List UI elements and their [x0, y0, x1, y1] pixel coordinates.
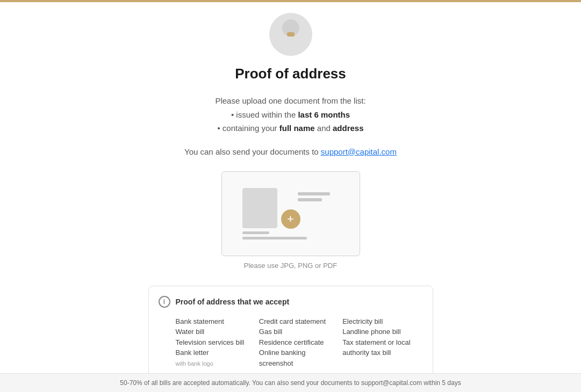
- email-link[interactable]: support@capital.com: [321, 147, 397, 156]
- info-item-landline: Landline phone bill: [342, 326, 420, 337]
- info-box: i Proof of address that we accept Bank s…: [148, 286, 433, 379]
- info-item-electricity: Electricity bill: [342, 316, 420, 327]
- upload-area[interactable]: +: [221, 171, 360, 256]
- email-row: You can also send your documents to supp…: [184, 147, 397, 156]
- info-item-credit-card: Credit card statement: [259, 316, 337, 327]
- info-item-residence: Residence certificate: [259, 337, 337, 348]
- info-item-water-bill: Water bill: [176, 326, 254, 337]
- info-item-bank-letter: Bank letterwith bank logo: [176, 347, 254, 368]
- doc-bottom-lines: [242, 231, 307, 239]
- info-columns: Bank statement Water bill Television ser…: [159, 316, 421, 369]
- info-col-1: Bank statement Water bill Television ser…: [176, 316, 254, 369]
- info-col-3: Electricity bill Landline phone bill Tax…: [342, 316, 420, 369]
- info-box-title: Proof of address that we accept: [176, 297, 290, 306]
- doc-icon: [242, 188, 277, 228]
- info-item-tax-statement: Tax statement or local authority tax bil…: [342, 337, 420, 358]
- svg-point-2: [279, 39, 303, 56]
- avatar: [269, 13, 312, 56]
- desc-line3: • containing your full name and address: [215, 121, 365, 135]
- upload-hint: Please use JPG, PNG or PDF: [244, 262, 337, 270]
- desc-line1: Please upload one document from the list…: [215, 94, 365, 108]
- info-box-header: i Proof of address that we accept: [159, 296, 421, 308]
- info-circle-icon: i: [159, 296, 170, 308]
- info-item-bank-statement: Bank statement: [176, 316, 254, 327]
- description-block: Please upload one document from the list…: [215, 94, 365, 135]
- info-item-gas-bill: Gas bill: [259, 326, 337, 337]
- svg-rect-1: [287, 32, 295, 37]
- info-item-television-bill: Television services bill: [176, 337, 254, 348]
- upload-plus-button[interactable]: +: [281, 209, 300, 229]
- bottom-bar: 50-70% of all bills are accepted automat…: [0, 373, 581, 392]
- info-item-online-banking: Online banking screenshot: [259, 347, 337, 368]
- doc-lines: [298, 192, 330, 201]
- info-col-2: Credit card statement Gas bill Residence…: [259, 316, 337, 369]
- page-title: Proof of address: [235, 66, 346, 82]
- avatar-svg: [269, 13, 312, 56]
- desc-line2: • issued within the last 6 months: [215, 108, 365, 122]
